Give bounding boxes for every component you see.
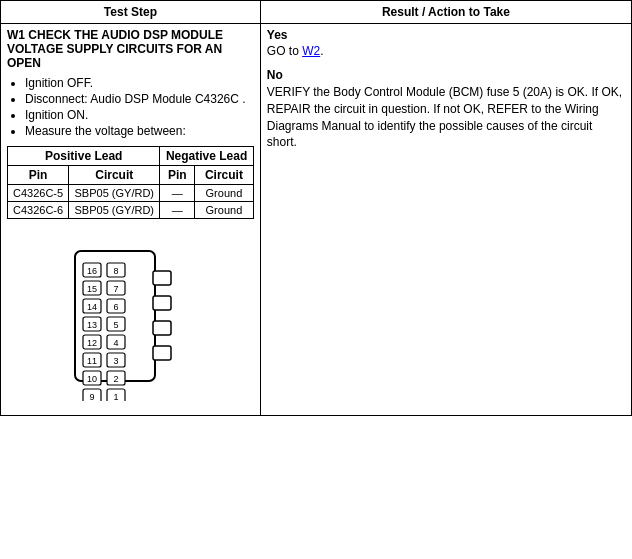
step-cell: W1 CHECK THE AUDIO DSP MODULE VOLTAGE SU… <box>1 24 261 416</box>
table-row: C4326C-6 SBP05 (GY/RD) — Ground <box>8 202 254 219</box>
row2-pin-neg: — <box>160 202 195 219</box>
no-text: VERIFY the Body Control Module (BCM) fus… <box>267 84 625 151</box>
col1-header: Test Step <box>1 1 261 24</box>
negative-lead-header: Negative Lead <box>160 147 253 166</box>
svg-text:10: 10 <box>87 374 97 384</box>
svg-text:5: 5 <box>114 320 119 330</box>
svg-text:9: 9 <box>90 392 95 401</box>
svg-text:6: 6 <box>114 302 119 312</box>
svg-text:2: 2 <box>114 374 119 384</box>
bullet-1: Ignition OFF. <box>25 76 254 90</box>
col2-header: Result / Action to Take <box>260 1 631 24</box>
step-title: W1 CHECK THE AUDIO DSP MODULE VOLTAGE SU… <box>7 28 254 70</box>
svg-text:1: 1 <box>114 392 119 401</box>
svg-text:16: 16 <box>87 266 97 276</box>
step-bullets: Ignition OFF. Disconnect: Audio DSP Modu… <box>7 76 254 138</box>
svg-text:11: 11 <box>87 356 97 366</box>
svg-rect-2 <box>153 296 171 310</box>
bullet-4: Measure the voltage between: <box>25 124 254 138</box>
positive-lead-header: Positive Lead <box>8 147 160 166</box>
connector-svg: 16 8 15 7 14 6 <box>65 241 195 401</box>
svg-text:15: 15 <box>87 284 97 294</box>
connector-diagram: 16 8 15 7 14 6 <box>7 231 254 411</box>
svg-rect-1 <box>153 271 171 285</box>
svg-text:7: 7 <box>114 284 119 294</box>
circuit-header-1: Circuit <box>69 166 160 185</box>
row1-circuit-pos: SBP05 (GY/RD) <box>69 185 160 202</box>
svg-text:13: 13 <box>87 320 97 330</box>
svg-text:8: 8 <box>114 266 119 276</box>
svg-text:3: 3 <box>114 356 119 366</box>
result-cell: Yes GO to W2. No VERIFY the Body Control… <box>260 24 631 416</box>
bullet-2: Disconnect: Audio DSP Module C4326C . <box>25 92 254 106</box>
goto-prefix: GO to <box>267 44 299 58</box>
row2-pin-pos: C4326C-6 <box>8 202 69 219</box>
row1-pin-neg: — <box>160 185 195 202</box>
table-row: C4326C-5 SBP05 (GY/RD) — Ground <box>8 185 254 202</box>
row1-pin-pos: C4326C-5 <box>8 185 69 202</box>
pin-header-1: Pin <box>8 166 69 185</box>
svg-rect-4 <box>153 346 171 360</box>
pin-header-2: Pin <box>160 166 195 185</box>
row1-circuit-neg: Ground <box>195 185 254 202</box>
bullet-3: Ignition ON. <box>25 108 254 122</box>
svg-text:4: 4 <box>114 338 119 348</box>
svg-rect-3 <box>153 321 171 335</box>
no-label: No <box>267 68 625 82</box>
goto-text: GO to W2. <box>267 44 625 58</box>
measurement-table: Positive Lead Negative Lead Pin Circuit … <box>7 146 254 219</box>
svg-text:12: 12 <box>87 338 97 348</box>
goto-link[interactable]: W2 <box>302 44 320 58</box>
circuit-header-2: Circuit <box>195 166 254 185</box>
main-table: Test Step Result / Action to Take W1 CHE… <box>0 0 632 416</box>
row2-circuit-neg: Ground <box>195 202 254 219</box>
yes-label: Yes <box>267 28 625 42</box>
row2-circuit-pos: SBP05 (GY/RD) <box>69 202 160 219</box>
svg-text:14: 14 <box>87 302 97 312</box>
